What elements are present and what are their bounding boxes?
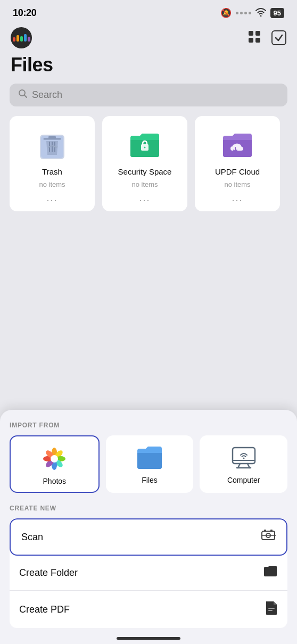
- header-actions: [247, 29, 286, 46]
- folder-icon: [263, 565, 278, 581]
- status-icons: 🔕 95: [220, 7, 284, 19]
- search-icon: [18, 89, 28, 101]
- pdf-icon: [265, 600, 278, 618]
- wifi-icon: [255, 8, 266, 19]
- status-bar: 10:20 🔕 95: [0, 0, 297, 23]
- create-folder-row[interactable]: Create Folder: [10, 555, 287, 591]
- cloud-name: UPDF Cloud: [215, 167, 260, 176]
- security-name: Security Space: [118, 167, 172, 176]
- trash-name: Trash: [42, 167, 62, 176]
- svg-rect-26: [268, 608, 275, 609]
- notification-icon: 🔕: [220, 7, 232, 19]
- svg-rect-3: [255, 38, 260, 43]
- trash-icon: [34, 126, 71, 163]
- svg-rect-7: [48, 136, 56, 139]
- import-files[interactable]: Files: [106, 435, 194, 493]
- scan-icon: [261, 529, 276, 545]
- app-logo[interactable]: [11, 27, 32, 48]
- import-photos-label: Photos: [43, 477, 67, 485]
- file-grid: Trash no items ... Security Space no ite…: [0, 116, 297, 222]
- create-section: Scan Create Folder: [10, 518, 287, 628]
- search-input[interactable]: [32, 89, 279, 101]
- bottom-sheet: IMPORT FROM Photos: [0, 410, 297, 644]
- scan-label: Scan: [21, 532, 43, 543]
- svg-rect-0: [249, 31, 253, 36]
- file-card-cloud[interactable]: UPDF Cloud no items ...: [195, 116, 280, 211]
- svg-rect-2: [249, 38, 253, 43]
- logo-wave: [13, 34, 30, 42]
- pdf-label: Create PDF: [19, 604, 70, 615]
- import-computer-label: Computer: [227, 476, 260, 484]
- svg-rect-24: [264, 530, 266, 531]
- computer-icon: [230, 444, 258, 472]
- page-title-section: Files: [0, 52, 297, 84]
- cloud-more[interactable]: ...: [232, 193, 243, 204]
- svg-rect-25: [270, 530, 273, 531]
- file-card-trash[interactable]: Trash no items ...: [10, 116, 95, 211]
- status-time: 10:20: [13, 7, 37, 19]
- file-card-security[interactable]: Security Space no items ...: [102, 116, 187, 211]
- create-section-label: CREATE NEW: [10, 505, 287, 512]
- create-pdf-row[interactable]: Create PDF: [10, 591, 287, 628]
- header: [0, 23, 297, 52]
- import-photos[interactable]: Photos: [10, 435, 100, 493]
- import-grid: Photos Files: [10, 435, 287, 493]
- page-title: Files: [11, 54, 286, 76]
- signal-icon: [236, 12, 251, 14]
- svg-point-21: [243, 458, 244, 459]
- svg-point-9: [144, 147, 146, 148]
- import-section-label: IMPORT FROM: [10, 422, 287, 429]
- svg-point-19: [51, 455, 58, 463]
- files-folder-icon: [136, 444, 163, 472]
- cloud-subtitle: no items: [224, 180, 250, 188]
- security-more[interactable]: ...: [139, 193, 150, 204]
- create-scan-row[interactable]: Scan: [11, 519, 286, 555]
- security-icon: [126, 126, 163, 163]
- svg-rect-1: [255, 31, 260, 36]
- trash-subtitle: no items: [39, 180, 65, 188]
- search-bar[interactable]: [10, 84, 287, 106]
- photos-icon: [40, 445, 68, 473]
- security-subtitle: no items: [131, 180, 158, 188]
- grid-icon[interactable]: [247, 29, 262, 46]
- home-indicator: [117, 637, 180, 640]
- trash-more[interactable]: ...: [46, 193, 57, 204]
- battery-indicator: 95: [270, 8, 284, 18]
- folder-label: Create Folder: [19, 567, 78, 579]
- check-icon[interactable]: [271, 30, 286, 45]
- cloud-icon: [219, 126, 256, 163]
- import-files-label: Files: [142, 476, 158, 484]
- svg-rect-27: [268, 610, 273, 611]
- import-computer[interactable]: Computer: [200, 435, 287, 493]
